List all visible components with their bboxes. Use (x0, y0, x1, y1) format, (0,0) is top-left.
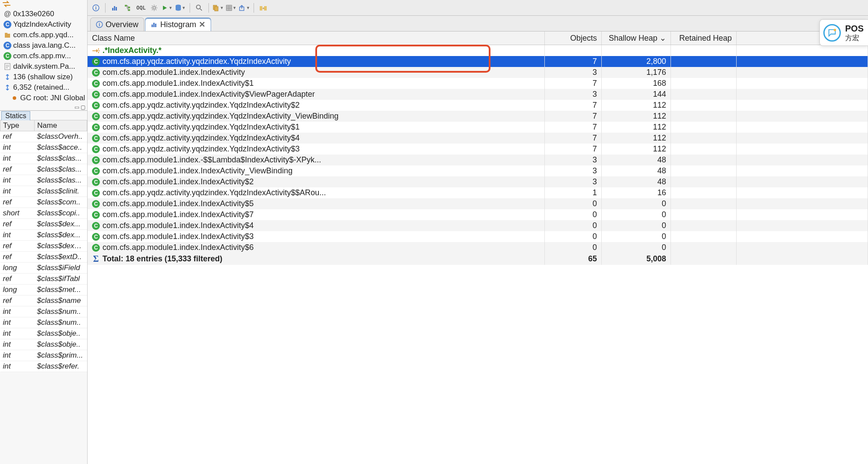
table-row[interactable]: Ccom.cfs.app.module1.index.IndexActivity… (88, 242, 868, 253)
tree-node[interactable]: CYqdzIndexActivity (4, 19, 85, 30)
tree-node[interactable]: Cclass java.lang.C... (4, 40, 85, 51)
shallow-cell: 48 (602, 176, 671, 187)
table-row[interactable]: Ccom.cfs.app.yqdz.activity.yqdzindex.Yqd… (88, 122, 868, 133)
statics-row[interactable]: ref$class$extD.. (0, 252, 87, 263)
statics-row[interactable]: int$class$num.. (0, 317, 87, 328)
table-row[interactable]: Ccom.cfs.app.module1.index.IndexActivity… (88, 220, 868, 231)
class-icon: C (92, 112, 100, 120)
table-row[interactable]: Ccom.cfs.app.yqdz.activity.yqdzindex.Yqd… (88, 100, 868, 111)
floating-chat-widget[interactable]: POS 方宏 (819, 19, 868, 46)
tree-node[interactable]: 6,352 (retained... (4, 82, 85, 93)
close-icon[interactable]: ✕ (199, 20, 205, 29)
col-type[interactable]: Type (0, 120, 35, 131)
statics-row[interactable]: short$class$copi.. (0, 208, 87, 219)
tree-node-label: GC root: JNI Global (20, 94, 85, 102)
statics-row[interactable]: int$class$obje.. (0, 339, 87, 350)
svg-text:i: i (95, 5, 96, 11)
compare-icon[interactable] (258, 2, 269, 14)
table-row[interactable]: Ccom.cfs.app.module1.index.IndexActivity… (88, 165, 868, 176)
tree-node-label: 0x133e0260 (13, 10, 54, 18)
col-retained-heap[interactable]: Retained Heap (671, 32, 737, 45)
table-row[interactable]: Ccom.cfs.app.yqdz.activity.yqdzindex.Yqd… (88, 111, 868, 122)
objects-cell: 7 (545, 111, 602, 122)
table-row[interactable]: Ccom.cfs.app.module1.index.IndexActivity… (88, 198, 868, 209)
shallow-cell: 2,800 (602, 56, 671, 67)
gear-icon[interactable] (148, 2, 160, 14)
statics-row[interactable]: int$class$obje.. (0, 328, 87, 339)
tree-icon[interactable] (122, 2, 134, 14)
run-icon[interactable]: ▼ (162, 2, 173, 14)
table-row[interactable]: Ccom.cfs.app.module1.index.IndexActivity… (88, 231, 868, 242)
tree-node[interactable]: @0x133e0260 (4, 9, 85, 19)
table-row[interactable]: Ccom.cfs.app.yqdz.activity.yqdzindex.Yqd… (88, 56, 868, 67)
statics-row[interactable]: int$class$num.. (0, 306, 87, 317)
statics-row[interactable]: ref$class$dexT... (0, 241, 87, 252)
table-row[interactable]: Ccom.cfs.app.module1.index.IndexActivity… (88, 67, 868, 78)
tree-node[interactable]: dalvik.system.Pa... (4, 61, 85, 72)
statics-row[interactable]: int$class$prim... (0, 350, 87, 361)
prop-name: $class$dex... (35, 230, 87, 241)
histogram-grid[interactable]: Class Name Objects Shallow Heap ⌄ Retain… (88, 32, 868, 464)
statics-row[interactable]: ref$class$ifTabl (0, 274, 87, 285)
regex-icon (92, 47, 100, 55)
statics-row[interactable]: int$class$clinit. (0, 186, 87, 197)
tree-node[interactable]: GC root: JNI Global (4, 93, 85, 103)
table-row[interactable]: Ccom.cfs.app.module1.index.-$$Lambda$Ind… (88, 155, 868, 165)
statics-row[interactable]: ref$class$dex... (0, 219, 87, 230)
objects-cell: 1 (545, 187, 602, 198)
grid-icon[interactable]: ▼ (226, 2, 237, 14)
table-row[interactable]: Ccom.cfs.app.yqdz.activity.yqdzindex.Yqd… (88, 187, 868, 198)
tree-node[interactable]: com.cfs.app.yqd... (4, 30, 85, 40)
statics-row[interactable]: int$class$refer. (0, 361, 87, 372)
class-name-cell: com.cfs.app.yqdz.activity.yqdzindex.Yqdz… (102, 188, 326, 197)
table-row[interactable]: Ccom.cfs.app.module1.index.IndexActivity… (88, 78, 868, 89)
statics-row[interactable]: long$class$iField (0, 263, 87, 274)
export-icon[interactable]: ▼ (239, 2, 250, 14)
oql-icon[interactable]: OQL (135, 2, 147, 14)
histogram-icon (151, 21, 158, 28)
statics-row[interactable]: int$class$acce.. (0, 142, 87, 153)
statics-row[interactable]: long$class$met... (0, 285, 87, 295)
table-row[interactable]: Ccom.cfs.app.module1.index.IndexActivity… (88, 89, 868, 100)
tree-node[interactable]: Ccom.cfs.app.mv... (4, 51, 85, 61)
col-class-name[interactable]: Class Name (88, 32, 545, 45)
db-icon[interactable]: ▼ (175, 2, 186, 14)
table-row[interactable]: Ccom.cfs.app.yqdz.activity.yqdzindex.Yqd… (88, 144, 868, 155)
statics-row[interactable]: ref$classOverh.. (0, 131, 87, 142)
shallow-cell: 0 (602, 209, 671, 220)
tab-label: Overview (106, 20, 138, 29)
col-objects[interactable]: Objects (545, 32, 602, 45)
svg-rect-8 (125, 5, 127, 7)
info-icon[interactable]: i (90, 2, 102, 14)
objects-cell: 0 (545, 198, 602, 209)
table-row[interactable]: Ccom.cfs.app.module1.index.IndexActivity… (88, 176, 868, 187)
tab-histogram[interactable]: Histogram ✕ (145, 18, 211, 31)
statics-row[interactable]: int$class$dex... (0, 230, 87, 241)
statics-row[interactable]: int$class$clas... (0, 153, 87, 164)
histogram-icon[interactable] (109, 2, 120, 14)
retained-cell (671, 144, 737, 155)
tab-overview[interactable]: i Overview (90, 18, 144, 31)
table-row[interactable]: Ccom.cfs.app.yqdz.activity.yqdzindex.Yqd… (88, 133, 868, 144)
statics-row[interactable]: ref$class$com.. (0, 197, 87, 208)
table-row[interactable]: Ccom.cfs.app.module1.index.IndexActivity… (88, 209, 868, 220)
swap-icon[interactable] (3, 1, 85, 7)
shallow-cell: 112 (602, 122, 671, 133)
statics-row[interactable]: int$class$clas... (0, 175, 87, 186)
object-tree[interactable]: @0x133e0260CYqdzIndexActivitycom.cfs.app… (0, 8, 87, 104)
col-name[interactable]: Name (35, 120, 87, 131)
statics-table[interactable]: Type Name ref$classOverh..int$class$acce… (0, 120, 87, 372)
col-shallow-heap[interactable]: Shallow Heap ⌄ (602, 32, 671, 45)
search-icon[interactable] (194, 2, 205, 14)
tree-node[interactable]: 136 (shallow size) (4, 72, 85, 82)
panel-mini-toolbar[interactable]: ▭ ▢ (0, 104, 87, 110)
prop-name: $classOverh.. (35, 131, 87, 142)
svg-rect-9 (128, 7, 130, 8)
statics-row[interactable]: ref$class$clas... (0, 164, 87, 175)
copy-icon[interactable]: ▼ (212, 2, 224, 14)
class-name-cell: com.cfs.app.module1.index.IndexActivity$… (102, 243, 254, 252)
statics-row[interactable]: ref$class$name (0, 295, 87, 306)
class-icon: C (92, 80, 100, 88)
regex-filter-row[interactable]: .*IndexActivity.* (88, 45, 868, 56)
statics-tab[interactable]: Statics (1, 111, 30, 120)
